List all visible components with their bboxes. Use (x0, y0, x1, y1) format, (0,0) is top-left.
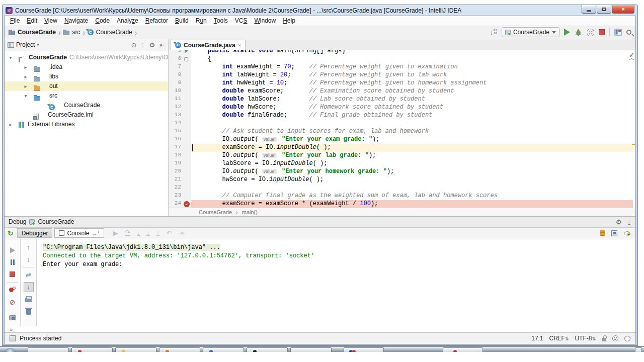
search-everywhere-icon[interactable] (626, 30, 631, 35)
profiler-gauge-icon[interactable] (624, 231, 630, 235)
tree-node-out[interactable]: ▸out (5, 81, 168, 91)
code-line-15[interactable]: 15 // Ask student to input scores for ex… (169, 128, 633, 136)
breadcrumb-item-src[interactable]: src (63, 29, 80, 36)
gutter[interactable] (183, 50, 191, 55)
gutter[interactable] (183, 184, 191, 192)
line-number[interactable]: 5 (169, 50, 183, 55)
code-line-17[interactable]: 17 examScore = IO.inputDouble( ); (169, 144, 633, 152)
up-stack-icon[interactable]: ↑ (27, 243, 30, 251)
breadcrumb-item-coursegrade[interactable]: CourseGrade (9, 29, 56, 36)
encoding-indicator[interactable]: UTF-8⇅ (575, 335, 596, 342)
stop-process-icon[interactable] (10, 272, 15, 277)
taskbar-button[interactable] (443, 347, 483, 352)
taskbar-button[interactable] (344, 347, 384, 352)
tab-close-icon[interactable]: × (238, 42, 241, 48)
line-number[interactable]: 18 (169, 152, 183, 160)
line-number[interactable]: 23 (169, 192, 183, 200)
tree-node-coursegrade[interactable]: ▾CourseGradeC:\Users\user\Work\Курсы\Ude… (5, 53, 168, 62)
line-number[interactable]: 24 (169, 200, 183, 208)
menu-view[interactable]: View (41, 16, 61, 25)
console-settings-icon[interactable]: ⇄ (26, 271, 31, 279)
menu-tools[interactable]: Tools (210, 16, 231, 25)
run-configuration-select[interactable]: CourseGrade (502, 27, 559, 37)
hide-debug-panel-icon[interactable]: ↓ (628, 219, 631, 225)
code-line-21[interactable]: 21 hwScore = IO.inputDouble( ); (169, 176, 633, 184)
taskbar-button[interactable] (71, 347, 113, 352)
rerun-icon[interactable]: ↻ (8, 229, 14, 237)
line-number[interactable]: 16 (169, 136, 183, 144)
code-line-24[interactable]: 24✓ examScore = examScore * (examWeight … (169, 200, 633, 208)
tree-node-idea[interactable]: ▸.idea (5, 62, 168, 72)
menu-build[interactable]: Build (172, 16, 192, 25)
tree-node-libs[interactable]: ▸libs (5, 72, 168, 81)
code-line-6[interactable]: 6 { (169, 55, 633, 63)
gutter[interactable] (183, 87, 191, 96)
gutter[interactable] (183, 55, 191, 63)
stop-button[interactable] (599, 29, 605, 35)
tree-expander-icon[interactable]: ▾ (23, 93, 29, 99)
code-line-13[interactable]: 13 double finalGrade; // Final grade obt… (169, 112, 633, 120)
code-line-11[interactable]: 11 double labScore; // Lab score obtaine… (169, 96, 633, 104)
line-number[interactable]: 22 (169, 184, 183, 192)
tree-expander-icon[interactable]: ▸ (8, 122, 14, 127)
panel-settings-gear-icon[interactable]: ⚙ (149, 41, 155, 49)
menu-refactor[interactable]: Refactor (142, 16, 172, 25)
taskbar-button[interactable] (203, 347, 244, 352)
tab-debugger[interactable]: Debugger (17, 228, 53, 238)
breadcrumb-class[interactable]: CourseGrade (199, 209, 232, 215)
gutter[interactable] (183, 176, 191, 184)
event-log-icon[interactable] (624, 336, 630, 341)
gutter[interactable] (183, 112, 191, 120)
caret-position[interactable]: 17:1 (531, 335, 543, 342)
line-number[interactable]: 6 (169, 55, 183, 63)
gutter[interactable] (183, 71, 191, 79)
hide-panel-icon[interactable]: ⇤ (159, 41, 165, 49)
menu-vcs[interactable]: VCS (231, 16, 251, 25)
threads-icon[interactable] (600, 230, 605, 236)
step-into-icon[interactable]: ↓ (137, 230, 140, 236)
gutter[interactable] (183, 160, 191, 168)
error-stripe[interactable]: ✓ (628, 50, 635, 208)
restore-layout-icon[interactable] (611, 230, 617, 236)
debug-button[interactable] (575, 29, 582, 36)
menu-edit[interactable]: Edit (23, 16, 41, 25)
title-bar[interactable]: IJ CourseGrade [C:\Users\user\Work\Курсы… (3, 5, 637, 16)
line-number[interactable]: 13 (169, 112, 183, 120)
force-step-into-icon[interactable]: ↓ (146, 230, 150, 236)
menu-window[interactable]: Window (251, 16, 279, 25)
collapse-all-icon[interactable]: ÷ (141, 41, 144, 49)
breadcrumb-method[interactable]: main() (242, 209, 258, 215)
menu-navigate[interactable]: Navigate (61, 16, 92, 25)
menu-help[interactable]: Help (279, 16, 299, 25)
tree-expander-icon[interactable]: ▸ (23, 83, 29, 89)
project-panel-header[interactable]: Project ▾ ⊙ ÷ ⚙ ⇤ (5, 39, 168, 51)
gutter[interactable]: ✓ (183, 200, 191, 208)
scroll-to-end-icon[interactable]: ↓ (24, 282, 34, 292)
maximize-button[interactable] (597, 5, 611, 14)
code-line-10[interactable]: 10 double examScore; // Examination scor… (169, 87, 633, 96)
tree-node-external-libraries[interactable]: ▸External Libraries (5, 120, 168, 129)
menu-file[interactable]: File (7, 16, 23, 25)
line-number[interactable]: 7 (169, 63, 183, 71)
line-number[interactable]: 21 (169, 176, 183, 184)
minimize-button[interactable] (582, 5, 596, 14)
tree-node-coursegrade-iml[interactable]: CourseGrade.iml (5, 110, 168, 120)
step-over-icon[interactable]: ↷ (125, 230, 130, 236)
step-out-icon[interactable]: ↑ (156, 230, 160, 236)
print-icon[interactable] (25, 298, 32, 302)
close-button[interactable]: × (612, 5, 634, 14)
code-line-19[interactable]: 19 labScore = IO.inputDouble( ); (169, 160, 633, 168)
taskbar-button[interactable] (159, 347, 200, 352)
clear-all-icon[interactable] (26, 309, 31, 315)
tree-node-coursegrade[interactable]: CCourseGrade (5, 101, 168, 110)
show-execution-point-icon[interactable]: ▶ (113, 229, 118, 237)
readonly-lock-icon[interactable] (602, 338, 606, 341)
code-editor[interactable]: 5 public static void main(String[] args)… (169, 50, 635, 208)
gutter[interactable] (183, 192, 191, 200)
code-line-23[interactable]: 23 // Computer final grade as the weight… (169, 192, 633, 200)
code-line-5[interactable]: 5 public static void main(String[] args) (169, 50, 633, 55)
show-desktop-button[interactable] (635, 347, 642, 352)
line-number[interactable]: 19 (169, 160, 183, 168)
code-line-9[interactable]: 9 int hwWeight = 10; // Percentage weigh… (169, 79, 633, 87)
tool-windows-icon[interactable] (614, 29, 622, 36)
